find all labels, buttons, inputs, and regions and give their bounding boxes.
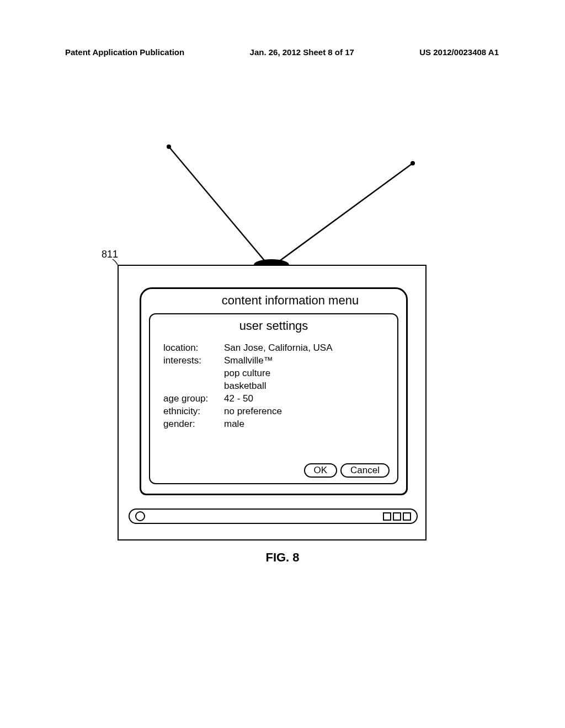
svg-point-3: [411, 161, 415, 165]
row-interests: interests: Smallville™: [163, 355, 390, 367]
user-settings-title: user settings: [158, 319, 390, 333]
figure-caption: FIG. 8: [0, 550, 565, 565]
header-left: Patent Application Publication: [65, 47, 184, 57]
value-interests-3: basketball: [224, 380, 266, 393]
button-row: OK Cancel: [304, 463, 390, 478]
settings-table: location: San Jose, California, USA inte…: [163, 342, 390, 431]
ref-label-811: 811: [102, 249, 118, 260]
value-interests-1: Smallville™: [224, 355, 273, 367]
svg-point-1: [167, 144, 171, 149]
tv-button-1[interactable]: [383, 512, 391, 521]
tv-button-2[interactable]: [393, 512, 401, 521]
ok-button[interactable]: OK: [304, 463, 338, 478]
svg-line-2: [276, 163, 413, 264]
content-info-menu-panel: content information menu user settings l…: [140, 287, 408, 495]
user-settings-panel: user settings location: San Jose, Califo…: [149, 313, 398, 484]
row-interests-2: pop culture: [163, 367, 390, 380]
label-location: location:: [163, 342, 224, 355]
header-center: Jan. 26, 2012 Sheet 8 of 17: [250, 47, 354, 57]
content-info-menu-title: content information menu: [182, 293, 398, 308]
value-gender: male: [224, 418, 244, 431]
page-header: Patent Application Publication Jan. 26, …: [0, 47, 565, 57]
tv-buttons-group: [383, 512, 411, 521]
tv-control-bar: [129, 508, 418, 524]
label-ethnicity: ethnicity:: [163, 405, 224, 418]
row-interests-3: basketball: [163, 380, 390, 393]
value-ethnicity: no preference: [224, 405, 282, 418]
row-age: age group: 42 - 50: [163, 393, 390, 405]
cancel-button[interactable]: Cancel: [340, 463, 390, 478]
power-knob-icon[interactable]: [135, 511, 145, 521]
tv-frame: content information menu user settings l…: [118, 265, 427, 540]
row-location: location: San Jose, California, USA: [163, 342, 390, 355]
value-location: San Jose, California, USA: [224, 342, 333, 355]
value-interests-2: pop culture: [224, 367, 270, 380]
row-gender: gender: male: [163, 418, 390, 431]
label-age: age group:: [163, 393, 224, 405]
label-interests: interests:: [163, 355, 224, 367]
label-gender: gender:: [163, 418, 224, 431]
row-ethnicity: ethnicity: no preference: [163, 405, 390, 418]
header-right: US 2012/0023408 A1: [419, 47, 499, 57]
value-age: 42 - 50: [224, 393, 253, 405]
tv-button-3[interactable]: [403, 512, 411, 521]
svg-line-0: [169, 147, 267, 264]
